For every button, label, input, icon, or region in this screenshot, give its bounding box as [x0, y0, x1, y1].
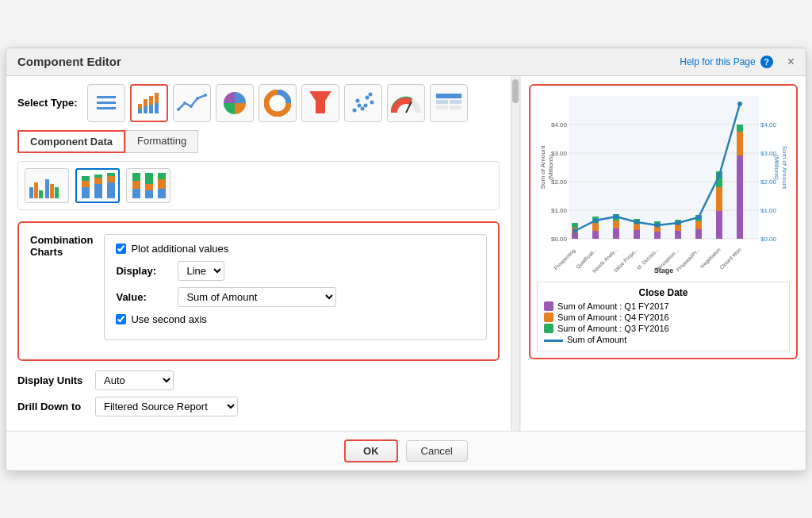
plot-additional-row: Plot additional values: [116, 243, 475, 255]
svg-rect-85: [613, 221, 619, 228]
svg-point-110: [676, 221, 680, 225]
svg-text:$4.00: $4.00: [551, 121, 568, 129]
subtype-stacked-pct[interactable]: [126, 168, 170, 203]
type-btn-table[interactable]: [430, 84, 468, 122]
legend-label-3: Sum of Amount : Q3 FY2016: [557, 324, 669, 333]
svg-text:Closed Won: Closed Won: [718, 246, 742, 270]
svg-rect-93: [675, 231, 681, 239]
svg-point-111: [696, 215, 701, 220]
svg-rect-0: [97, 96, 116, 98]
svg-rect-37: [45, 179, 49, 198]
type-btn-line[interactable]: [173, 84, 211, 122]
tab-component-data[interactable]: Component Data: [17, 130, 125, 153]
subtype-grouped[interactable]: [25, 168, 69, 203]
type-selector-row: Select Type:: [17, 84, 500, 122]
value-row: Value: Sum of Amount Count Average: [116, 287, 475, 307]
svg-rect-10: [155, 93, 159, 103]
svg-point-107: [614, 214, 619, 219]
second-axis-checkbox[interactable]: [116, 314, 126, 324]
svg-rect-46: [107, 182, 115, 198]
svg-point-106: [593, 218, 598, 223]
svg-point-22: [360, 106, 364, 110]
close-button[interactable]: ×: [787, 55, 795, 69]
type-btn-gauge[interactable]: [387, 84, 425, 122]
svg-rect-100: [716, 187, 722, 211]
svg-rect-45: [94, 175, 102, 178]
svg-point-108: [634, 220, 639, 224]
subtype-stacked[interactable]: [75, 168, 120, 203]
svg-point-13: [190, 105, 193, 108]
svg-rect-56: [158, 173, 166, 179]
svg-rect-32: [436, 106, 448, 109]
legend-label-1: Sum of Amount : Q1 FY2017: [557, 301, 669, 311]
cancel-button[interactable]: Cancel: [406, 440, 468, 462]
svg-point-109: [655, 223, 660, 228]
type-btn-funnel[interactable]: [301, 84, 339, 122]
dialog-header: Component Editor Help for this Page ? ×: [6, 48, 806, 76]
svg-rect-54: [145, 184, 153, 190]
legend-color-2: [544, 313, 553, 322]
svg-text:$2.00: $2.00: [760, 178, 777, 186]
svg-marker-19: [309, 91, 331, 113]
svg-rect-29: [436, 94, 462, 98]
svg-rect-35: [34, 182, 38, 198]
svg-point-20: [352, 108, 356, 112]
help-label: Help for this Page: [680, 56, 755, 67]
svg-point-112: [717, 173, 722, 178]
legend-item-4: Sum of Amount: [544, 335, 783, 344]
type-btn-donut[interactable]: [259, 84, 297, 122]
plot-additional-checkbox[interactable]: [116, 244, 126, 254]
value-label: Value:: [116, 291, 171, 303]
display-units-row: Display Units Auto Thousands Millions Bi…: [17, 370, 500, 390]
svg-rect-84: [613, 228, 619, 239]
type-btn-scatter[interactable]: [344, 84, 382, 122]
svg-rect-34: [29, 187, 33, 198]
legend-color-1: [544, 301, 553, 311]
svg-rect-96: [695, 229, 702, 239]
svg-point-14: [196, 97, 199, 100]
svg-rect-33: [450, 106, 462, 109]
chart-preview: Sum of Amount (Millions) Sum of Amount (…: [529, 84, 798, 359]
svg-rect-81: [592, 231, 599, 239]
svg-text:(Millions): (Millions): [773, 155, 780, 180]
help-icon: ?: [760, 56, 773, 68]
legend-item-3: Sum of Amount : Q3 FY2016: [544, 324, 783, 333]
display-units-select[interactable]: Auto Thousands Millions Billions: [95, 370, 174, 390]
type-btn-bar[interactable]: [130, 84, 168, 122]
value-select[interactable]: Sum of Amount Count Average: [178, 287, 336, 307]
svg-text:$0.00: $0.00: [551, 236, 568, 243]
svg-rect-104: [737, 125, 743, 132]
display-select[interactable]: Line Bar: [178, 261, 224, 281]
drill-down-select[interactable]: Filtered Source Report None: [95, 397, 238, 416]
dialog-footer: OK Cancel: [6, 431, 806, 470]
svg-point-27: [368, 92, 372, 96]
type-btn-pie[interactable]: [216, 84, 254, 122]
svg-rect-41: [82, 181, 90, 187]
svg-rect-8: [149, 96, 153, 105]
svg-rect-30: [436, 100, 448, 104]
svg-point-15: [204, 94, 207, 97]
plot-additional-label: Plot additional values: [131, 243, 228, 255]
combination-charts-section: CombinationCharts Plot additional values…: [17, 221, 500, 361]
svg-point-105: [573, 228, 577, 233]
drill-down-label: Drill Down to: [17, 401, 89, 412]
type-btn-list[interactable]: [87, 84, 125, 122]
svg-rect-4: [138, 104, 142, 109]
svg-rect-102: [737, 155, 743, 239]
component-editor-dialog: Component Editor Help for this Page ? × …: [6, 48, 806, 471]
scrollbar[interactable]: [511, 76, 520, 431]
display-label: Display:: [116, 265, 171, 277]
svg-rect-36: [39, 190, 43, 198]
svg-point-26: [363, 103, 367, 107]
dialog-title: Component Editor: [17, 55, 121, 68]
legend-label-4: Sum of Amount: [567, 335, 626, 344]
legend-label-2: Sum of Amount : Q4 FY2016: [557, 313, 669, 322]
svg-text:(Millions): (Millions): [547, 154, 554, 179]
help-link[interactable]: Help for this Page ?: [680, 56, 772, 68]
combination-inner-box: Plot additional values Display: Line Bar: [104, 234, 487, 340]
ok-button[interactable]: OK: [344, 439, 398, 462]
tab-formatting[interactable]: Formatting: [125, 130, 198, 153]
svg-rect-78: [572, 233, 578, 239]
svg-rect-94: [675, 224, 681, 231]
svg-rect-57: [158, 179, 166, 189]
